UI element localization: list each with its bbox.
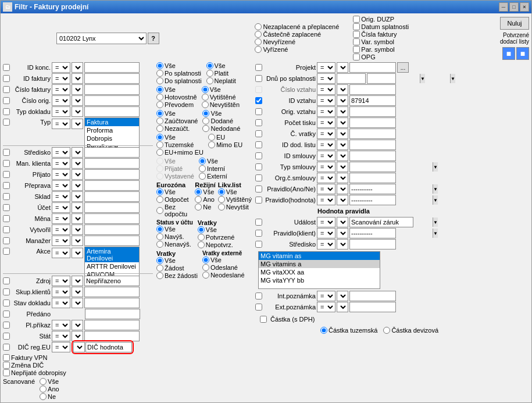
preprava-field[interactable] (84, 180, 140, 191)
pl-prikaz-op[interactable]: = (52, 320, 70, 330)
pravidlo-hodnota-arrow[interactable]: ▼ (433, 195, 438, 205)
interni-interni[interactable]: Interní (199, 165, 227, 172)
typ-op2[interactable]: ▼ (72, 119, 83, 129)
vratkye-neodeslane[interactable]: Neodeslané (202, 272, 245, 279)
potvrzene-icon1[interactable]: ■ (502, 47, 515, 60)
org-c-check[interactable] (255, 174, 262, 181)
euzona-vse[interactable]: Vše (156, 188, 192, 195)
stav-dokladu-field[interactable] (84, 298, 140, 308)
akce-item-2[interactable]: ARTTR Denilovei (85, 262, 139, 270)
typ-item-dobropis[interactable]: Dobropis (85, 134, 139, 142)
id-smlouvy-field[interactable] (349, 151, 396, 161)
right-stredisko-op2[interactable]: ▼ (337, 239, 348, 249)
vytvoril-op[interactable]: = (52, 224, 70, 235)
id-smlouvy-op2[interactable]: ▼ (337, 151, 348, 161)
nevyrizene-radio[interactable]: Nevyřízené (255, 38, 339, 45)
akce-check[interactable] (3, 248, 10, 255)
manazer-op[interactable]: = (52, 236, 70, 246)
pravidlo-klient-arrow[interactable]: ▼ (433, 229, 438, 238)
par-symbol-check[interactable]: Par. symbol (353, 46, 409, 53)
id-faktury-op2[interactable]: ▼ (72, 73, 83, 84)
pl-prikaz-check[interactable] (3, 322, 10, 329)
rezijni-ano[interactable]: Ano (195, 196, 215, 203)
manazer-check[interactable] (3, 237, 10, 244)
stat-op2[interactable]: ▼ (72, 331, 83, 341)
pravidlo-klient-check[interactable] (255, 230, 262, 237)
projekt-op2[interactable]: ▼ (337, 62, 348, 73)
platit-po[interactable]: Po splatnosti (156, 70, 202, 77)
org-c-op2[interactable]: ▼ (337, 173, 348, 183)
scanovane-vse[interactable]: Vše (40, 378, 59, 385)
manazer-field[interactable] (84, 236, 140, 246)
typ-dokladu-op2[interactable]: ▼ (72, 106, 83, 117)
dic-check[interactable] (3, 344, 10, 351)
dic-field[interactable] (85, 342, 132, 352)
castecne-radio[interactable]: Částečně zaplacené (255, 31, 339, 38)
sklad-field[interactable] (84, 191, 140, 202)
dic-op[interactable]: = (52, 342, 70, 352)
man-klienta-op2[interactable]: ▼ (72, 158, 83, 169)
orig-vztahu-check[interactable] (255, 108, 262, 115)
pravidlo-anone-op[interactable]: = (317, 184, 335, 194)
vratky2-zadost[interactable]: Žádost (156, 265, 198, 272)
zauctovane-vse[interactable]: Vše (156, 110, 198, 117)
int-poznamka-op2[interactable]: ▼ (337, 291, 348, 301)
c-vratky-op2[interactable]: ▼ (337, 129, 348, 139)
cislo-orig-op[interactable]: = (52, 95, 70, 106)
pocet-check[interactable] (255, 119, 262, 126)
pravidlo-klient-op2[interactable]: ▼ (337, 228, 348, 238)
akce-listbox[interactable]: Artemira Denilovei ARTTR Denilovei ADVCO… (84, 247, 140, 279)
typ-dokladu-combo[interactable]: ▼ (84, 106, 140, 117)
udalost-input[interactable] (350, 217, 433, 227)
stredisko-item-4[interactable]: MG vitaYYY bb (259, 276, 380, 284)
zmena-dic-check[interactable]: Změna DIČ (3, 362, 153, 369)
id-dod-op2[interactable]: ▼ (337, 140, 348, 150)
stredisko-item-2[interactable]: MG vitamins a (259, 260, 380, 268)
id-dod-field[interactable] (349, 140, 396, 150)
maximize-button[interactable]: □ (509, 2, 519, 12)
right-stredisko-op[interactable]: = (317, 239, 335, 249)
id-konc-field[interactable] (84, 62, 140, 73)
opg-check[interactable]: OPG (353, 54, 409, 60)
stav-dokladu-op2[interactable]: ▼ (72, 298, 83, 308)
hotovost-vse[interactable]: Vše (156, 86, 197, 93)
potvrzene-icon2[interactable]: ■ (516, 47, 529, 60)
zdroj-input[interactable] (85, 276, 153, 286)
man-klienta-field[interactable] (84, 158, 140, 169)
mena-check[interactable] (3, 215, 10, 222)
vytvoril-op2[interactable]: ▼ (72, 224, 83, 235)
vratkye-odeslane[interactable]: Odeslané (202, 264, 245, 271)
datum-splatnosti-check[interactable]: Datum splatnosti (353, 23, 409, 30)
typ-item-faktura[interactable]: Faktura (85, 118, 139, 126)
dnu-arrow2[interactable]: ▼ (450, 74, 455, 83)
id-vztahu-field[interactable] (349, 95, 396, 106)
zdroj-check[interactable] (3, 277, 10, 284)
pravidlo-anone-check[interactable] (255, 186, 262, 192)
c-vratky-op[interactable]: = (317, 129, 335, 139)
prijato-op2[interactable]: ▼ (72, 169, 83, 180)
projekt-ellipsis[interactable]: ... (397, 62, 409, 73)
cislo-orig-field[interactable] (84, 95, 140, 106)
minimize-button[interactable]: ─ (499, 2, 508, 12)
id-dod-op[interactable]: = (317, 140, 335, 150)
pravidlo-hodnota-input[interactable] (350, 195, 433, 205)
sklad-op[interactable]: = (52, 191, 70, 202)
vratky-nepotvrz[interactable]: Nepotvrz. (198, 241, 235, 248)
pravidlo-klient-combo[interactable]: ▼ (349, 228, 396, 238)
stat-check[interactable] (3, 333, 10, 340)
orig-vztahu-op[interactable]: = (317, 106, 335, 117)
cisla-faktury-check[interactable]: Čísla faktury (353, 31, 409, 38)
scanovane-ne[interactable]: Ne (40, 393, 59, 400)
id-vztahu-op[interactable]: = (317, 95, 335, 106)
projekt-check[interactable] (255, 64, 262, 71)
close-button[interactable]: × (520, 2, 529, 12)
id-konc-check[interactable] (3, 64, 10, 71)
stredisko-op[interactable]: = (52, 147, 70, 158)
eu-eumimoeu[interactable]: EU+mimo EU (156, 149, 203, 156)
pravidlo-anone-op2[interactable]: ▼ (337, 184, 348, 194)
prijato-op[interactable]: = (52, 169, 70, 180)
vytistene-vytistene[interactable]: Vytištěné (202, 94, 240, 101)
ucet-field[interactable] (84, 202, 140, 213)
sklad-op2[interactable]: ▼ (72, 191, 83, 202)
prijato-field[interactable] (84, 169, 140, 180)
